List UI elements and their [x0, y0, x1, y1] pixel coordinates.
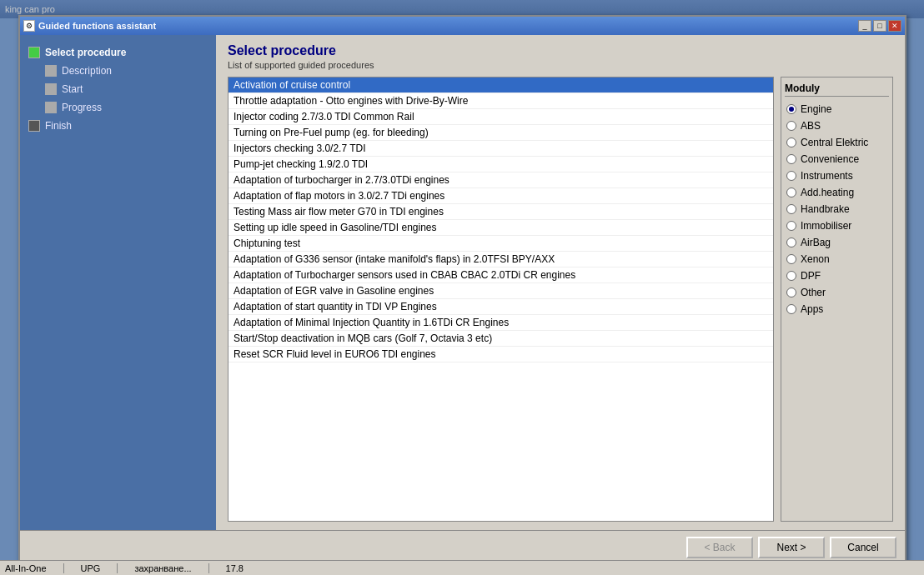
procedure-item-3[interactable]: Injector coding 2.7/3.0 TDI Common Rail [228, 109, 773, 125]
module-label-handbrake: Handbrake [801, 203, 850, 215]
radio-add-heating [786, 188, 796, 198]
radio-immobiliser [786, 221, 796, 231]
module-label-other: Other [801, 287, 826, 298]
radio-convenience [786, 154, 796, 164]
sidebar-item-description[interactable]: Description [43, 62, 209, 80]
sidebar-label-progress: Progress [62, 102, 102, 113]
radio-abs [786, 121, 796, 131]
procedure-item-9[interactable]: Testing Mass air flow meter G70 in TDI e… [228, 204, 773, 220]
radio-engine [786, 104, 796, 114]
dialog-body: Select procedure Description Start Progr… [20, 35, 905, 530]
top-bar-title: king can pro [5, 4, 55, 14]
procedure-item-14[interactable]: Adaptation of EGR valve in Gasoline engi… [228, 283, 773, 299]
module-item-airbag[interactable]: AirBag [785, 235, 889, 250]
sidebar-label-start: Start [62, 83, 83, 95]
module-label-instruments: Instruments [801, 170, 853, 182]
radio-airbag [786, 238, 796, 248]
module-label-dpf: DPF [801, 270, 821, 282]
status-mode: All-In-One [5, 563, 47, 573]
module-item-xenon[interactable]: Xenon [785, 252, 889, 267]
module-panel: Moduly EngineABSCentral ElektricConvenie… [781, 77, 893, 522]
sidebar-item-start[interactable]: Start [43, 80, 209, 98]
procedure-item-12[interactable]: Adaptation of G336 sensor (intake manifo… [228, 252, 773, 268]
module-label-abs: ABS [801, 120, 821, 132]
module-item-apps[interactable]: Apps [785, 302, 889, 317]
radio-apps [786, 304, 796, 314]
sidebar: Select procedure Description Start Progr… [20, 35, 216, 530]
module-label-xenon: Xenon [801, 253, 830, 265]
back-button[interactable]: < Back [686, 537, 753, 558]
sidebar-label-description: Description [62, 65, 112, 77]
module-item-convenience[interactable]: Convenience [785, 152, 889, 167]
procedure-item-17[interactable]: Start/Stop deactivation in MQB cars (Gol… [228, 331, 773, 347]
content-split: Activation of cruise controlThrottle ada… [228, 77, 893, 522]
module-label-immobiliser: Immobiliser [801, 220, 851, 232]
module-label-convenience: Convenience [801, 153, 859, 165]
procedure-list[interactable]: Activation of cruise controlThrottle ada… [228, 77, 774, 522]
page-subtitle: List of supported guided procedures [228, 60, 893, 70]
module-item-add-heating[interactable]: Add.heating [785, 185, 889, 200]
sidebar-indicator-finish [28, 120, 40, 132]
module-item-abs[interactable]: ABS [785, 118, 889, 133]
module-item-other[interactable]: Other [785, 285, 889, 300]
sidebar-indicator-start [45, 83, 57, 95]
procedure-item-5[interactable]: Injectors checking 3.0/2.7 TDI [228, 141, 773, 157]
radio-dpf [786, 271, 796, 281]
radio-handbrake [786, 204, 796, 214]
procedure-item-4[interactable]: Turning on Pre-Fuel pump (eg. for bleedi… [228, 125, 773, 141]
procedure-item-16[interactable]: Adaptation of Minimal Injection Quantity… [228, 315, 773, 331]
bottom-bar: < Back Next > Cancel [20, 530, 905, 563]
procedure-item-10[interactable]: Setting up idle speed in Gasoline/TDI en… [228, 220, 773, 236]
module-item-instruments[interactable]: Instruments [785, 168, 889, 183]
module-item-immobiliser[interactable]: Immobiliser [785, 218, 889, 233]
sidebar-item-finish[interactable]: Finish [27, 117, 209, 135]
radio-instruments [786, 171, 796, 181]
module-item-handbrake[interactable]: Handbrake [785, 202, 889, 217]
status-bar: All-In-One UPG захранване... 17.8 [0, 560, 924, 575]
sidebar-item-progress[interactable]: Progress [43, 98, 209, 117]
dialog-window: ⚙ Guided functions assistant _ □ ✕ Selec… [18, 15, 906, 565]
procedure-item-11[interactable]: Chiptuning test [228, 236, 773, 252]
module-label-apps: Apps [801, 303, 823, 315]
main-content: Select procedure List of supported guide… [216, 35, 905, 530]
procedure-item-15[interactable]: Adaptation of start quantity in TDI VP E… [228, 299, 773, 315]
status-upg: UPG [81, 563, 101, 573]
module-item-engine[interactable]: Engine [785, 102, 889, 117]
module-label-central-elektric: Central Elektric [801, 137, 868, 148]
status-version: 17.8 [226, 563, 244, 573]
next-button[interactable]: Next > [758, 537, 825, 558]
radio-other [786, 288, 796, 298]
procedure-item-13[interactable]: Adaptation of Turbocharger sensors used … [228, 268, 773, 283]
page-title: Select procedure [228, 43, 893, 58]
module-panel-title: Moduly [785, 82, 889, 97]
radio-xenon [786, 254, 796, 264]
module-label-airbag: AirBag [801, 237, 831, 248]
procedure-item-6[interactable]: Pump-jet checking 1.9/2.0 TDI [228, 157, 773, 172]
minimize-button[interactable]: _ [858, 20, 871, 32]
dialog-title: Guided functions assistant [38, 21, 858, 31]
titlebar-buttons: _ □ ✕ [858, 20, 901, 32]
dialog-icon: ⚙ [23, 20, 35, 32]
module-label-engine: Engine [801, 103, 831, 115]
sidebar-indicator-description [45, 65, 57, 77]
procedure-item-18[interactable]: Reset SCR Fluid level in EURO6 TDI engin… [228, 347, 773, 362]
procedure-item-2[interactable]: Throttle adaptation - Otto engines with … [228, 93, 773, 109]
procedure-item-1[interactable]: Activation of cruise control [228, 78, 773, 93]
procedure-item-8[interactable]: Adaptation of flap motors in 3.0/2.7 TDi… [228, 188, 773, 204]
module-item-dpf[interactable]: DPF [785, 268, 889, 283]
module-item-central-elektric[interactable]: Central Elektric [785, 135, 889, 150]
sidebar-item-select-procedure[interactable]: Select procedure [27, 43, 209, 62]
sidebar-indicator-select-procedure [28, 47, 40, 58]
status-charging: захранване... [134, 563, 191, 573]
restore-button[interactable]: □ [873, 20, 886, 32]
sidebar-indicator-progress [45, 102, 57, 113]
sidebar-label-select-procedure: Select procedure [45, 47, 126, 58]
module-label-add-heating: Add.heating [801, 187, 854, 198]
cancel-button[interactable]: Cancel [830, 537, 896, 558]
radio-central-elektric [786, 138, 796, 148]
procedure-item-7[interactable]: Adaptation of turbocharger in 2.7/3.0TDi… [228, 172, 773, 188]
dialog-titlebar: ⚙ Guided functions assistant _ □ ✕ [20, 17, 905, 35]
close-button[interactable]: ✕ [888, 20, 901, 32]
sidebar-label-finish: Finish [45, 120, 72, 132]
